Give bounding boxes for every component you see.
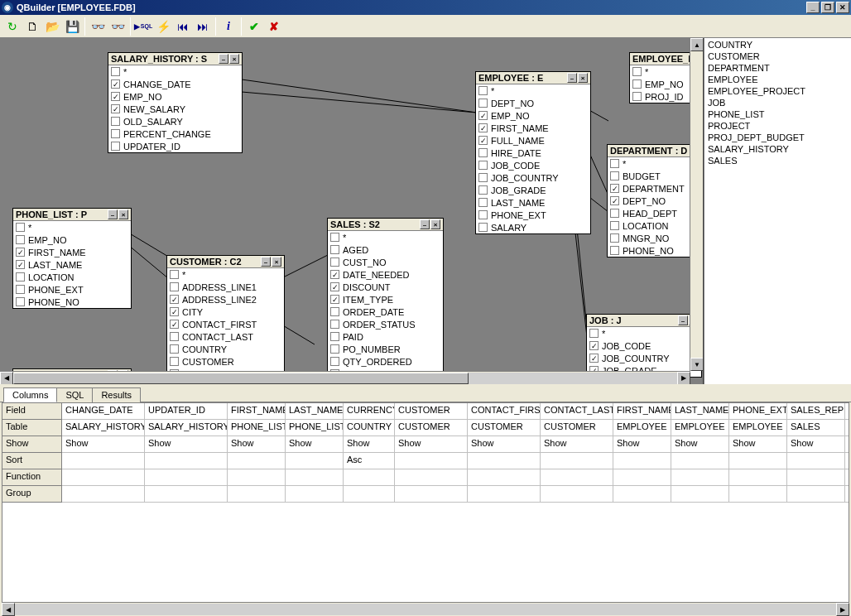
grid-cell[interactable] <box>729 469 787 486</box>
grid-cell[interactable]: SALES <box>787 420 845 436</box>
minimize-icon[interactable]: – <box>678 315 688 325</box>
scroll-left-icon[interactable]: ◀ <box>0 372 13 385</box>
save-icon[interactable]: 💾 <box>63 17 81 36</box>
grid-cell[interactable]: CUSTOMER <box>395 403 468 420</box>
grid-cell[interactable] <box>729 453 787 469</box>
grid-cell[interactable]: LAST_NAME <box>671 403 729 420</box>
grid-cell[interactable] <box>613 486 671 503</box>
field-checkbox[interactable] <box>111 129 120 138</box>
field-checkbox[interactable] <box>610 221 619 230</box>
field-row[interactable]: ✓DATE_NEEDED <box>328 268 443 281</box>
grid-cell[interactable]: SALARY_HISTORY <box>62 420 145 436</box>
grid-cell[interactable] <box>671 469 729 486</box>
field-checkbox[interactable]: ✓ <box>170 295 179 304</box>
minimize-icon[interactable]: – <box>108 209 118 219</box>
grid-cell[interactable] <box>845 469 849 486</box>
grid-cell[interactable] <box>228 469 286 486</box>
field-checkbox[interactable] <box>330 357 339 366</box>
field-checkbox[interactable] <box>632 79 642 89</box>
tab-sql[interactable]: SQL <box>56 387 93 402</box>
field-row[interactable]: EMP_NO <box>13 233 131 246</box>
grid-cell[interactable]: SALARY_HISTORY <box>145 420 228 436</box>
grid-cell[interactable] <box>62 486 145 503</box>
field-row[interactable]: UPDATER_ID <box>108 140 242 152</box>
flash-icon[interactable]: ⚡ <box>154 17 172 36</box>
grid-cell[interactable] <box>228 453 286 469</box>
grid-cell[interactable]: Show <box>62 436 145 453</box>
grid-cell[interactable] <box>145 469 228 486</box>
field-checkbox[interactable] <box>610 246 619 255</box>
scroll-up-icon[interactable]: ▲ <box>690 38 704 51</box>
field-checkbox[interactable] <box>330 245 339 254</box>
field-row[interactable]: PAID <box>328 330 443 343</box>
grid-cell[interactable] <box>613 469 671 486</box>
grid-cell[interactable] <box>671 453 729 469</box>
field-checkbox[interactable] <box>330 257 339 267</box>
grid-cell[interactable] <box>286 486 344 503</box>
grid-cell[interactable] <box>845 453 849 469</box>
grid-cell[interactable] <box>468 469 541 486</box>
table-list-item[interactable]: DEPARTMENT <box>706 63 849 75</box>
grid-cell[interactable] <box>344 486 395 503</box>
field-row[interactable]: ✓FULL_NAME <box>476 134 590 147</box>
field-row[interactable]: ✓CHANGE_DATE <box>108 78 242 90</box>
table-list-item[interactable]: SALES <box>706 156 849 167</box>
open-icon[interactable]: 📂 <box>43 17 61 36</box>
field-checkbox[interactable]: ✓ <box>330 282 339 291</box>
field-checkbox[interactable] <box>16 272 25 282</box>
check-icon[interactable]: ✔ <box>245 17 263 36</box>
grid-cell[interactable]: CUSTOMER <box>395 420 468 436</box>
grid-cell[interactable]: Show <box>395 436 468 453</box>
grid-cell[interactable]: CUSTOMER <box>541 420 613 436</box>
field-checkbox[interactable] <box>330 320 339 329</box>
table-list-item[interactable]: EMPLOYEE_PROJECT <box>706 86 849 98</box>
grid-cell[interactable] <box>541 453 613 469</box>
grid-cell[interactable]: CONTACT_LAST <box>541 403 613 420</box>
field-checkbox[interactable] <box>330 307 339 316</box>
minimize-icon[interactable]: – <box>420 219 430 229</box>
field-row[interactable]: LOCATION <box>13 271 131 283</box>
field-checkbox[interactable]: ✓ <box>330 295 339 304</box>
grid-cell[interactable] <box>286 469 344 486</box>
grid-cell[interactable] <box>145 486 228 503</box>
grid-cell[interactable] <box>671 486 729 503</box>
grid-cell[interactable]: Show <box>145 436 228 453</box>
table-job[interactable]: JOB : J–× *✓JOB_CODE✓JOB_COUNTRY✓JOB_GRA… <box>586 314 702 378</box>
grid-cell[interactable]: SALES <box>845 420 849 436</box>
grid-cell[interactable]: EMPLOYEE <box>671 420 729 436</box>
grid-cell[interactable]: Show <box>286 436 344 453</box>
first-icon[interactable]: ⏮ <box>174 17 192 36</box>
table-list-item[interactable]: PROJ_DEPT_BUDGET <box>706 132 849 144</box>
grid-cell[interactable]: EMPLOYEE <box>613 420 671 436</box>
canvas-vscrollbar[interactable]: ▲ ▼ <box>690 38 703 371</box>
field-row[interactable]: JOB_GRADE <box>476 184 590 196</box>
field-row[interactable]: ✓ITEM_TYPE <box>328 293 443 306</box>
table-list-item[interactable]: PROJECT <box>706 121 849 132</box>
field-row[interactable]: CUST_NO <box>328 256 443 268</box>
grid-cell[interactable]: FIRST_NAME <box>228 403 286 420</box>
field-checkbox[interactable]: ✓ <box>16 248 25 257</box>
field-checkbox[interactable] <box>330 344 339 354</box>
table-customer[interactable]: CUSTOMER : C2–× *ADDRESS_LINE1✓ADDRESS_L… <box>166 255 285 381</box>
field-checkbox[interactable] <box>610 233 619 243</box>
new-icon[interactable]: ↻ <box>3 17 22 36</box>
field-row[interactable]: CONTACT_LAST <box>167 330 284 343</box>
field-checkbox[interactable] <box>111 67 120 76</box>
field-row[interactable]: ✓CONTACT_FIRST <box>167 318 284 330</box>
grid-cell[interactable]: CUSTOMER <box>468 420 541 436</box>
field-row[interactable]: PHONE_EXT <box>476 209 590 221</box>
field-checkbox[interactable] <box>478 185 488 195</box>
table-list-item[interactable]: CUSTOMER <box>706 51 849 63</box>
grid-cell[interactable]: Asc <box>344 453 395 469</box>
field-row[interactable]: JOB_COUNTRY <box>476 171 590 184</box>
field-checkbox[interactable] <box>478 148 488 157</box>
field-row[interactable]: PHONE_EXT <box>13 283 131 296</box>
minimize-icon[interactable]: – <box>219 54 228 64</box>
grid-cell[interactable]: Show <box>787 436 845 453</box>
table-list-item[interactable]: COUNTRY <box>706 40 849 51</box>
grid-cell[interactable]: CHANGE_DATE <box>62 403 145 420</box>
run-sql-button[interactable]: ▶SQL <box>134 17 152 36</box>
grid-cell[interactable] <box>468 486 541 503</box>
tab-columns[interactable]: Columns <box>3 387 57 402</box>
grid-cell[interactable]: LAST_NAME <box>286 403 344 420</box>
